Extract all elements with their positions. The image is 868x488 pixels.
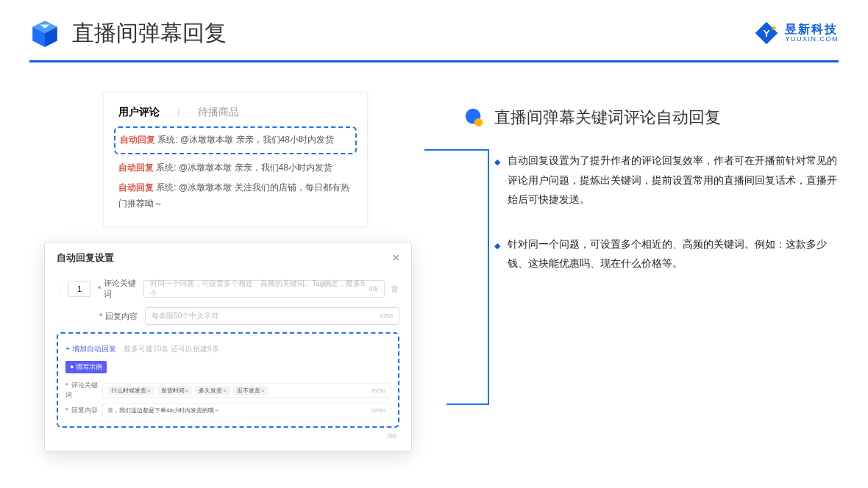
tag-chip[interactable]: 迟不发货× (233, 386, 268, 395)
connector-line (488, 149, 489, 405)
keyword-label: 评论关键词 (104, 278, 143, 300)
drag-handle-icon[interactable]: ⋮⋮ (57, 285, 64, 293)
comment-text: 系统: @冰墩墩本墩 亲亲，我们48小时内发货 (156, 162, 332, 173)
svg-point-8 (474, 118, 483, 126)
rule-index-input[interactable] (68, 281, 90, 297)
section-title: 直播间弹幕关键词评论自动回复 (494, 107, 721, 129)
tag-chip[interactable]: 多久发货× (195, 386, 230, 395)
connector-line (424, 149, 489, 151)
example-content-input[interactable]: 亲，我们这边都是下单48小时内发货的哦～ 37/50 (102, 403, 391, 417)
tag-chip[interactable]: 什么时候发货× (107, 386, 154, 395)
auto-reply-tag: 自动回复 (120, 134, 155, 145)
tab-user-comments[interactable]: 用户评论 (118, 106, 160, 119)
logo-diamond-icon: Y (754, 21, 779, 46)
tag-chip[interactable]: 发货时间× (157, 386, 193, 395)
auto-reply-settings-dialog: 自动回复设置 × ⋮⋮ * 评论关键词 对同一个问题，可设置多个相近、高频的关键… (44, 242, 412, 452)
close-icon[interactable]: × (393, 251, 399, 265)
example-content-counter: 37/50 (371, 407, 385, 414)
page-title: 直播间弹幕回复 (72, 18, 227, 49)
required-dot: * (99, 312, 102, 320)
tab-pending-products[interactable]: 待播商品 (198, 106, 239, 119)
dialog-title: 自动回复设置 (57, 251, 114, 265)
example-keyword-label: 评论关键词 (65, 381, 98, 398)
highlighted-comment: 自动回复 系统: @冰墩墩本墩 亲亲，我们48小时内发货 (114, 126, 357, 154)
example-keyword-counter: 20/50 (371, 387, 385, 394)
svg-text:Y: Y (764, 28, 770, 39)
auto-reply-tag: 自动回复 (118, 182, 154, 193)
bullet-item: ◆ 自动回复设置为了提升作者的评论回复效率，作者可在开播前针对常见的评论用户问题… (494, 151, 839, 209)
example-badge: ● 填写示例 (65, 361, 107, 373)
content-label: 回复内容 (105, 311, 145, 322)
content-input[interactable]: 每条限50个中文字符 0/50 (145, 307, 399, 325)
keyword-counter: 0/5 (369, 285, 378, 293)
cube-icon (29, 18, 60, 49)
comments-card: 用户评论 | 待播商品 自动回复 系统: @冰墩墩本墩 亲亲，我们48小时内发货… (103, 92, 368, 227)
bullet-diamond-icon: ◆ (494, 154, 500, 209)
example-highlight-block: + 增加自动回复 最多可建10条 还可以创建9条 ● 填写示例 *评论关键词 什… (57, 332, 399, 428)
example-content-label: 回复内容 (71, 406, 98, 414)
keyword-input[interactable]: 对同一个问题，可设置多个相近、高频的关键词。Tag确定，最多5个 0/5 (143, 280, 385, 298)
delete-icon[interactable]: 🗑 (391, 284, 399, 294)
required-dot: * (98, 284, 101, 293)
auto-reply-tag: 自动回复 (118, 162, 154, 173)
logo-text-cn: 昱新科技 (785, 23, 839, 36)
comment-text: 系统: @冰墩墩本墩 关注我们的店铺，每日都有热门推荐呦～ (118, 182, 349, 209)
add-hint: 最多可建10条 还可以创建9条 (124, 345, 218, 353)
connector-line (447, 403, 489, 405)
add-auto-reply-link[interactable]: + 增加自动回复 (65, 344, 116, 354)
logo-text-en: YUUXIN.COM (785, 36, 839, 43)
brand-logo: Y 昱新科技 YUUXIN.COM (754, 21, 839, 46)
bottom-counter: /50 (387, 432, 396, 439)
comment-text: 系统: @冰墩墩本墩 亲亲，我们48小时内发货 (157, 134, 334, 145)
svg-point-6 (772, 26, 776, 30)
bubble-icon (463, 107, 484, 128)
bullet-item: ◆ 针对同一个问题，可设置多个相近的、高频的关键词。例如：这款多少钱、这块能优惠… (494, 234, 839, 273)
content-counter: 0/50 (380, 312, 393, 320)
example-keyword-tags[interactable]: 什么时候发货× 发货时间× 多久发货× 迟不发货× 20/50 (102, 383, 391, 398)
bullet-diamond-icon: ◆ (494, 238, 500, 273)
